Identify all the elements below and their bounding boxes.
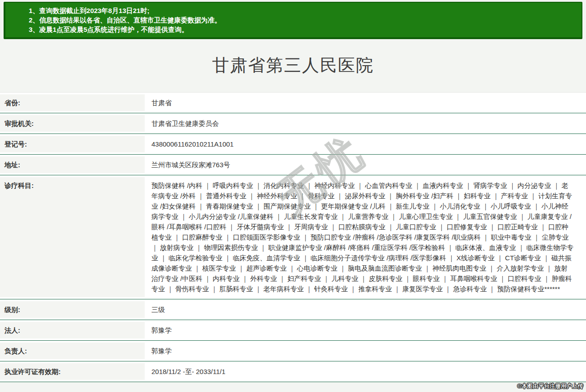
field-label: 审批机关: — [0, 113, 145, 134]
table-row: 法人: 郭豫学 — [0, 320, 586, 341]
field-value: 甘肃省 — [145, 93, 586, 113]
field-label: 省份: — [0, 93, 145, 113]
field-label: 诊疗科目: — [0, 175, 145, 299]
field-value: 43800061162010211A1001 — [145, 134, 586, 154]
field-value: 甘肃省卫生健康委员会 — [145, 113, 586, 134]
hospital-info-table: 省份: 甘肃省 审批机关: 甘肃省卫生健康委员会 登记号: 4380006116… — [0, 92, 586, 382]
table-row: 执业许可证有效期: 2018/11/2 -至- 2033/11/1 — [0, 361, 586, 382]
field-label: 法人: — [0, 320, 145, 340]
notice-line: 3、凌晨1点至凌晨5点系统进行维护，不能提供查询。 — [29, 25, 577, 34]
field-label: 地址: — [0, 155, 145, 175]
table-row: 地址: 兰州市城关区段家滩763号 — [0, 155, 586, 175]
field-value: 郭豫学 — [145, 341, 586, 361]
field-value: 兰州市城关区段家滩763号 — [145, 155, 586, 175]
notice-line: 2、信息数据结果以各省、自治区、直辖市卫生健康委数据为准。 — [29, 15, 577, 25]
field-value: 郭豫学 — [145, 320, 586, 340]
uploader-watermark: ©本图由平台注册用户上传 — [517, 383, 583, 390]
table-row: 审批机关: 甘肃省卫生健康委员会 — [0, 113, 586, 134]
table-row: 负责人: 郭豫学 — [0, 341, 586, 361]
table-row: 省份: 甘肃省 — [0, 93, 586, 113]
table-row: 诊疗科目: 预防保健科 /内科 ｜ 呼吸内科专业 ｜ 消化内科专业 ｜ 神经内科… — [0, 175, 586, 299]
field-label: 执业许可证有效期: — [0, 361, 145, 382]
field-label: 级别: — [0, 299, 145, 320]
table-row: 级别: 三级 — [0, 299, 586, 320]
table-row: 登记号: 43800061162010211A1001 — [0, 134, 586, 155]
notice-line: 1、查询数据截止到2023年8月13日21时; — [29, 6, 577, 15]
field-value: 2018/11/2 -至- 2033/11/1 — [145, 361, 586, 382]
hospital-title: 甘肃省第三人民医院 — [0, 39, 586, 75]
field-value: 预防保健科 /内科 ｜ 呼吸内科专业 ｜ 消化内科专业 ｜ 神经内科专业 ｜ 心… — [145, 175, 586, 299]
field-label: 负责人: — [0, 341, 145, 361]
field-value: 三级 — [145, 299, 586, 320]
notice-banner: 1、查询数据截止到2023年8月13日21时; 2、信息数据结果以各省、自治区、… — [4, 2, 582, 39]
field-label: 登记号: — [0, 134, 145, 154]
